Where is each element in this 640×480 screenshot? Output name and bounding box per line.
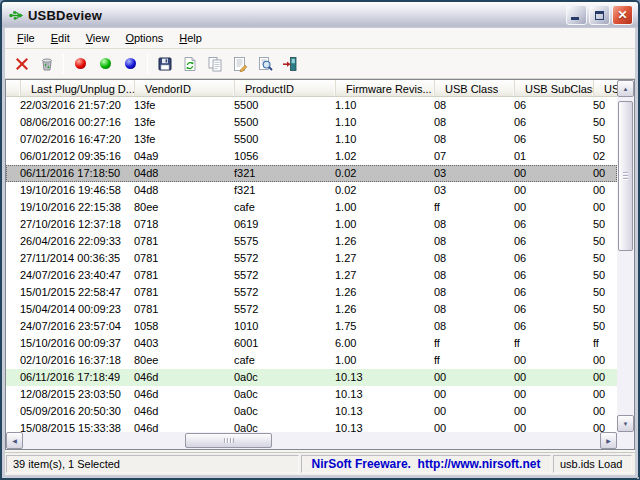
- table-row[interactable]: 27/11/2014 00:36:35078155721.27080650: [6, 250, 617, 267]
- table-cell: [6, 403, 14, 420]
- refresh-button[interactable]: [177, 52, 202, 76]
- table-cell: 00: [587, 199, 617, 216]
- table-cell: [6, 165, 14, 182]
- horizontal-scroll-thumb[interactable]: [185, 433, 272, 448]
- table-cell: 1056: [228, 148, 329, 165]
- table-row[interactable]: 19/10/2016 19:46:5804d8f3210.02030000: [6, 182, 617, 199]
- table-row[interactable]: 26/04/2016 22:09:33078155751.26080650: [6, 233, 617, 250]
- table-cell: 10.13: [329, 369, 428, 386]
- table-row[interactable]: 06/11/2016 17:18:49046d0a0c10.13000000: [6, 369, 617, 386]
- status-usbids-panel: usb.ids Load: [553, 455, 632, 473]
- table-row[interactable]: 15/01/2015 22:58:47078155721.26080650: [6, 284, 617, 301]
- table-row[interactable]: 15/10/2016 00:09:37040360016.00ffffff: [6, 335, 617, 352]
- table-cell: 00: [587, 386, 617, 403]
- uninstall-device-button[interactable]: [9, 52, 34, 76]
- menu-view[interactable]: View: [78, 29, 118, 47]
- table-cell: 0781: [128, 301, 228, 318]
- table-cell: 06/11/2016 17:18:50: [14, 165, 128, 182]
- table-cell: 0619: [228, 216, 329, 233]
- table-cell: 00: [508, 386, 587, 403]
- table-row[interactable]: 08/06/2016 00:27:1613fe55001.10080650: [6, 114, 617, 131]
- table-cell: 5572: [228, 250, 329, 267]
- table-cell: 0a0c: [228, 369, 329, 386]
- menu-file[interactable]: File: [9, 29, 43, 47]
- table-cell: 00: [508, 182, 587, 199]
- scroll-up-button[interactable]: ▲: [617, 80, 634, 97]
- column-header[interactable]: [6, 80, 21, 97]
- scroll-left-button[interactable]: ◀: [6, 432, 23, 449]
- menu-options[interactable]: Options: [117, 29, 171, 47]
- table-row[interactable]: 02/10/2016 16:37:1880eecafe1.00ff0000: [6, 352, 617, 369]
- table-row[interactable]: 05/09/2016 20:50:30046d0a0c10.13000000: [6, 403, 617, 420]
- title-bar[interactable]: USBDeview ✕: [2, 2, 638, 28]
- close-button[interactable]: ✕: [612, 5, 633, 25]
- table-cell: 1.26: [329, 301, 428, 318]
- table-cell: 80ee: [128, 199, 228, 216]
- horizontal-scrollbar[interactable]: ◀ ▶: [6, 432, 617, 449]
- menu-edit[interactable]: Edit: [43, 29, 78, 47]
- table-row[interactable]: 15/08/2015 15:33:38046d0a0c10.13000000: [6, 420, 617, 432]
- table-cell: 50: [587, 216, 617, 233]
- nirsoft-link-text[interactable]: NirSoft Freeware. http://www.nirsoft.net: [312, 457, 541, 471]
- table-row[interactable]: 15/04/2014 00:09:23078155721.26080650: [6, 301, 617, 318]
- column-header[interactable]: USB Class: [435, 80, 515, 97]
- table-cell: 04d8: [128, 182, 228, 199]
- table-row[interactable]: 06/01/2012 09:35:1604a910561.02070102: [6, 148, 617, 165]
- menu-help[interactable]: Help: [171, 29, 210, 47]
- blue-ball-button[interactable]: [118, 52, 143, 76]
- table-row[interactable]: 24/07/2016 23:57:04105810101.75080650: [6, 318, 617, 335]
- table-cell: [6, 148, 14, 165]
- properties-button[interactable]: [227, 52, 252, 76]
- table-cell: 08: [428, 114, 508, 131]
- minimize-button[interactable]: [566, 5, 587, 25]
- table-cell: 00: [508, 165, 587, 182]
- column-header[interactable]: USB SubClass: [515, 80, 594, 97]
- copy-button[interactable]: [202, 52, 227, 76]
- vertical-scrollbar[interactable]: ▲ ▼: [617, 80, 634, 432]
- vertical-scroll-thumb[interactable]: [618, 101, 633, 251]
- table-row[interactable]: 27/10/2016 12:37:18071806191.00080650: [6, 216, 617, 233]
- client-area: FileEditViewOptionsHelp: [5, 28, 635, 475]
- table-cell: 00: [428, 369, 508, 386]
- column-header[interactable]: VendorID: [135, 80, 235, 97]
- table-cell: 0403: [128, 335, 228, 352]
- column-header[interactable]: USB: [594, 80, 617, 97]
- scroll-down-button[interactable]: ▼: [617, 415, 634, 432]
- green-ball-button[interactable]: [93, 52, 118, 76]
- exit-button[interactable]: [277, 52, 302, 76]
- column-header[interactable]: Firmware Revis...: [336, 80, 435, 97]
- table-cell: 13fe: [128, 97, 228, 114]
- table-cell: 00: [508, 199, 587, 216]
- scroll-right-button[interactable]: ▶: [600, 432, 617, 449]
- table-row[interactable]: 07/02/2016 16:47:2013fe55001.10080650: [6, 131, 617, 148]
- table-cell: 26/04/2016 22:09:33: [14, 233, 128, 250]
- column-header[interactable]: ProductID: [235, 80, 336, 97]
- column-header[interactable]: Last Plug/Unplug D...: [21, 80, 135, 97]
- delete-device-button[interactable]: [34, 52, 59, 76]
- table-cell: 06: [508, 233, 587, 250]
- toolbar-separator: [147, 54, 148, 74]
- table-row[interactable]: 12/08/2015 23:03:50046d0a0c10.13000000: [6, 386, 617, 403]
- save-report-button[interactable]: [152, 52, 177, 76]
- minimize-icon: [571, 17, 579, 20]
- maximize-button[interactable]: [589, 5, 610, 25]
- table-cell: 00: [587, 403, 617, 420]
- table-cell: 08: [428, 131, 508, 148]
- table-row[interactable]: 06/11/2016 17:18:5004d8f3210.02030000: [6, 165, 617, 182]
- table-cell: 00: [428, 420, 508, 432]
- table-cell: 00: [587, 182, 617, 199]
- red-ball-icon: [75, 58, 86, 69]
- menu-bar: FileEditViewOptionsHelp: [5, 28, 635, 49]
- resize-grip[interactable]: [631, 471, 633, 473]
- table-cell: 24/07/2016 23:57:04: [14, 318, 128, 335]
- find-button[interactable]: [252, 52, 277, 76]
- red-ball-button[interactable]: [68, 52, 93, 76]
- arrow-right-icon: ▶: [606, 438, 611, 444]
- table-row[interactable]: 19/10/2016 22:15:3880eecafe1.00ff0000: [6, 199, 617, 216]
- table-cell: 02/10/2016 16:37:18: [14, 352, 128, 369]
- table-row[interactable]: 22/03/2016 21:57:2013fe55001.10080650: [6, 97, 617, 114]
- table-row[interactable]: 24/07/2016 23:40:47078155721.27080650: [6, 267, 617, 284]
- table-cell: ff: [428, 199, 508, 216]
- find-icon: [257, 56, 273, 72]
- table-cell: 08: [428, 267, 508, 284]
